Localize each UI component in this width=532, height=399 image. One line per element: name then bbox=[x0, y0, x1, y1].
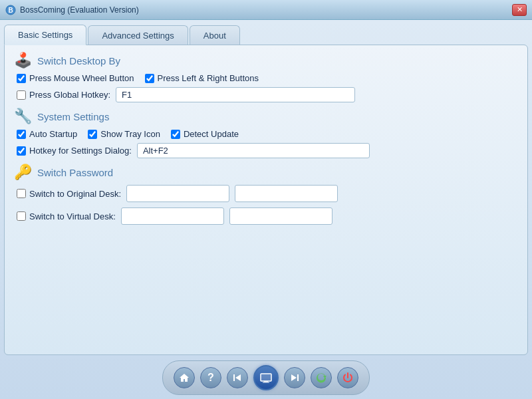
mouse-wheel-checkbox[interactable] bbox=[17, 74, 26, 83]
tab-content: 🕹️ Switch Desktop By Press Mouse Wheel B… bbox=[4, 45, 528, 355]
original-desk-input2[interactable] bbox=[235, 185, 338, 202]
help-button[interactable]: ? bbox=[200, 367, 221, 388]
system-settings-title: System Settings bbox=[37, 111, 109, 122]
tab-advanced-settings[interactable]: Advanced Settings bbox=[88, 25, 188, 45]
virtual-desk-checkbox[interactable] bbox=[17, 211, 26, 221]
svg-rect-3 bbox=[261, 374, 271, 381]
detect-update-item: Detect Update bbox=[171, 129, 239, 139]
detect-update-checkbox[interactable] bbox=[171, 130, 180, 139]
main-container: Basic Settings Advanced Settings About 🕹… bbox=[0, 20, 532, 399]
original-desk-label: Switch to Original Desk: bbox=[29, 189, 121, 199]
detect-update-label: Detect Update bbox=[184, 129, 239, 139]
hotkey-dialog-checkbox[interactable] bbox=[17, 146, 26, 156]
settings-hotkey-row: Hotkey for Settings Dialog: Alt+F2 bbox=[14, 143, 518, 158]
joystick-icon: 🕹️ bbox=[14, 53, 32, 68]
original-desk-item: Switch to Original Desk: bbox=[17, 189, 121, 199]
global-hotkey-input[interactable]: F1 bbox=[116, 87, 355, 102]
show-tray-item: Show Tray Icon bbox=[88, 129, 160, 139]
virtual-desk-label: Switch to Virtual Desk: bbox=[29, 211, 116, 221]
tab-about[interactable]: About bbox=[190, 25, 240, 45]
help-icon: ? bbox=[207, 372, 214, 384]
left-right-item: Press Left & Right Buttons bbox=[145, 73, 259, 83]
svg-text:B: B bbox=[8, 7, 13, 14]
svg-rect-4 bbox=[264, 381, 268, 382]
hotkey-dialog-label: Hotkey for Settings Dialog: bbox=[29, 146, 132, 156]
switch-desktop-checkboxes: Press Mouse Wheel Button Press Left & Ri… bbox=[14, 73, 518, 83]
auto-startup-label: Auto Startup bbox=[29, 129, 77, 139]
tabs: Basic Settings Advanced Settings About bbox=[4, 24, 528, 45]
original-desk-checkbox[interactable] bbox=[17, 189, 26, 198]
virtual-desk-input2[interactable] bbox=[229, 207, 332, 225]
next-button[interactable] bbox=[284, 367, 305, 388]
mouse-wheel-label: Press Mouse Wheel Button bbox=[29, 73, 134, 83]
app-icon: B bbox=[5, 5, 16, 15]
settings-hotkey-input[interactable]: Alt+F2 bbox=[137, 143, 370, 158]
original-desk-row: Switch to Original Desk: bbox=[14, 185, 518, 202]
switch-password-title: Switch Password bbox=[37, 167, 113, 178]
refresh-button[interactable] bbox=[311, 367, 332, 388]
show-tray-label: Show Tray Icon bbox=[100, 129, 160, 139]
original-desk-input1[interactable] bbox=[126, 185, 229, 202]
window-title: BossComing (Evaluation Version) bbox=[20, 5, 139, 15]
auto-startup-checkbox[interactable] bbox=[17, 130, 26, 139]
global-hotkey-row: Press Global Hotkey: F1 bbox=[14, 87, 518, 102]
title-bar-left: B BossComing (Evaluation Version) bbox=[5, 5, 139, 15]
switch-desktop-header: 🕹️ Switch Desktop By bbox=[14, 53, 518, 68]
left-right-checkbox[interactable] bbox=[145, 74, 154, 83]
home-button[interactable] bbox=[174, 367, 195, 388]
virtual-desk-row: Switch to Virtual Desk: bbox=[14, 207, 518, 225]
global-hotkey-checkbox[interactable] bbox=[17, 90, 26, 100]
svg-rect-5 bbox=[263, 382, 269, 383]
key-icon: 🔑 bbox=[14, 165, 32, 180]
close-button[interactable]: ✕ bbox=[512, 4, 527, 16]
toolbar: ? bbox=[4, 360, 528, 395]
auto-startup-item: Auto Startup bbox=[17, 129, 77, 139]
prev-button[interactable] bbox=[227, 367, 248, 388]
global-hotkey-item: Press Global Hotkey: bbox=[17, 90, 110, 100]
wrench-icon: 🔧 bbox=[14, 109, 32, 124]
left-right-label: Press Left & Right Buttons bbox=[158, 73, 259, 83]
show-tray-checkbox[interactable] bbox=[88, 130, 97, 139]
system-settings-checkboxes: Auto Startup Show Tray Icon Detect Updat… bbox=[14, 129, 518, 139]
system-settings-header: 🔧 System Settings bbox=[14, 109, 518, 124]
virtual-desk-input1[interactable] bbox=[121, 207, 224, 225]
title-bar: B BossComing (Evaluation Version) ✕ bbox=[0, 0, 532, 20]
original-desk-inputs bbox=[126, 185, 518, 202]
virtual-desk-item: Switch to Virtual Desk: bbox=[17, 211, 116, 221]
global-hotkey-label: Press Global Hotkey: bbox=[29, 90, 110, 100]
virtual-desk-inputs bbox=[121, 207, 518, 225]
hotkey-dialog-item: Hotkey for Settings Dialog: bbox=[17, 146, 132, 156]
svg-rect-6 bbox=[297, 374, 299, 381]
switch-desktop-title: Switch Desktop By bbox=[37, 55, 120, 66]
mouse-wheel-item: Press Mouse Wheel Button bbox=[17, 73, 134, 83]
tab-basic-settings[interactable]: Basic Settings bbox=[4, 25, 86, 45]
power-button[interactable] bbox=[337, 367, 358, 388]
toolbar-background: ? bbox=[162, 360, 370, 395]
switch-password-header: 🔑 Switch Password bbox=[14, 165, 518, 180]
screen-button[interactable] bbox=[253, 365, 279, 390]
svg-rect-2 bbox=[233, 374, 235, 381]
